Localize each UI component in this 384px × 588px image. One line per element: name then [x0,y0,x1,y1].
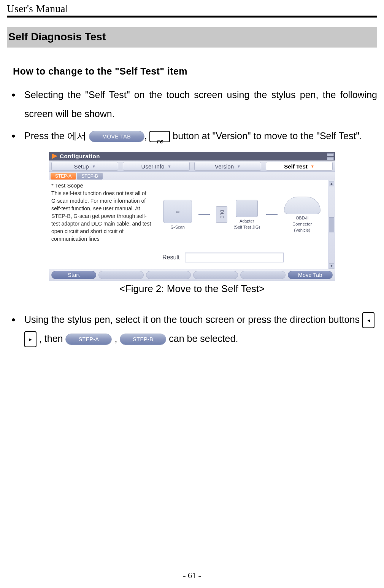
status-icons [326,153,335,160]
scrollbar[interactable]: ▲ ▼ [328,180,335,269]
bullet-item-3: Using the stylus pen, select it on the t… [7,310,377,348]
result-field[interactable] [185,253,284,262]
step-a-button[interactable]: STEP-A [65,334,112,345]
bullet-item-2: Press the 에서 MOVE TAB, F6 button at "Ver… [7,126,377,145]
device-label: (Vehicle) [294,228,310,232]
chevron-down-icon: ▼ [311,164,314,168]
subtab-step-b[interactable]: STEP-B [77,173,102,180]
bullet-text: Using the stylus pen, select it on the t… [24,314,362,325]
left-arrow-button[interactable]: ◂ [362,312,374,328]
right-arrow-button[interactable]: ▸ [24,331,36,347]
scroll-up-icon[interactable]: ▲ [329,181,334,186]
bullet-text: Press the 에서 [24,130,89,141]
device-label: OBD-II [296,216,309,220]
tab-user-info[interactable]: User Info▼ [123,162,190,171]
bullet-item-1: Selecting the "Self Test" on the touch s… [7,85,377,123]
footer-slot[interactable] [146,271,191,279]
subsection-heading: How to change to the "Self Test" item [13,66,377,77]
tab-label: Self Test [284,163,307,170]
tab-setup[interactable]: Setup▼ [51,162,118,171]
cable-icon [266,214,278,215]
section-title-bar: Self Diagnosis Test [7,27,377,48]
tab-version[interactable]: Version▼ [194,162,261,171]
tab-self-test[interactable]: Self Test▼ [266,162,333,171]
result-label: Result [162,254,179,261]
start-button[interactable]: Start [51,271,96,279]
move-tab-button[interactable]: MOVE TAB [89,131,144,142]
scope-title: * Test Scope [51,182,153,189]
dlc-icon: DLC [216,206,227,223]
cable-icon [198,214,210,215]
step-b-button[interactable]: STEP-B [120,334,166,345]
config-label: Configuration [60,153,100,159]
chevron-down-icon: ▼ [167,164,171,168]
device-label: (Self Test JIG) [233,225,260,229]
tab-label: Setup [74,163,89,170]
gscan-device-icon: ▭ G-Scan [163,200,192,229]
scope-text: This self-test function does not test al… [51,189,153,243]
device-label: G-Scan [171,225,185,229]
config-title-bar: Configuration [49,151,335,161]
tab-label: Version [215,163,234,170]
footer-slot[interactable] [98,271,143,279]
bullet-text: can be selected. [169,333,238,344]
running-header: User's Manual [7,3,377,16]
vehicle-device-icon: OBD-II Connector (Vehicle) [284,197,321,232]
footer-slot[interactable] [240,271,285,279]
move-tab-button[interactable]: Move Tab [288,271,333,279]
screenshot-figure: Configuration Setup▼ User Info▼ Version▼… [49,151,335,281]
bullet-text: , then [39,333,66,344]
figure-caption: <Figure 2: Move to the Self Test> [7,283,377,295]
page-number: - 61 - [0,571,384,580]
scroll-thumb[interactable] [329,217,334,232]
connection-diagram: ▭ G-Scan DLC Adapter (Self Test JIG) [156,180,328,247]
device-label: Adapter [240,219,254,223]
bullet-text: button at "Version" to move to the "Self… [173,130,362,141]
caret-icon [52,154,57,159]
chevron-down-icon: ▼ [237,164,241,168]
separator: , [114,333,120,344]
adapter-device-icon: Adapter (Self Test JIG) [233,200,260,229]
tab-label: User Info [141,163,165,170]
separator: , [144,130,150,141]
header-rule [7,16,377,18]
subtab-step-a[interactable]: STEP-A [51,173,76,180]
chevron-down-icon: ▼ [92,164,96,168]
bullet-text: Selecting the "Self Test" on the touch s… [7,85,377,123]
f6-key-icon[interactable]: F6 [149,131,170,142]
device-label: Connector [292,222,312,226]
footer-slot[interactable] [193,271,238,279]
scroll-down-icon[interactable]: ▼ [329,263,334,269]
test-scope-panel: * Test Scope This self-test function doe… [49,180,156,269]
